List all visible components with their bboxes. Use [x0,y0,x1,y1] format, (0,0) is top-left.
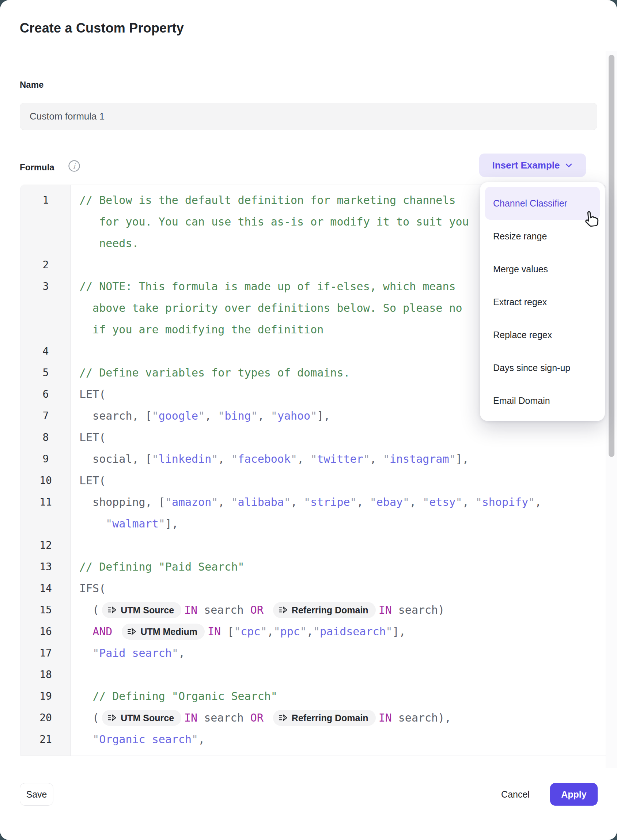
code-line: "walmart"], [21,513,606,534]
code-text: , [205,409,218,422]
code-line: 15 (UTM SourceIN search OR Referring Dom… [21,599,606,621]
code-line-content: // Defining "Paid Search" [71,560,606,573]
code-comment: // Defining "Paid Search" [79,560,245,573]
code-quote: " [475,496,482,508]
dropdown-item-merge-values[interactable]: Merge values [485,252,600,285]
code-quote: " [313,625,320,638]
code-quote: " [422,496,429,508]
code-quote: " [251,409,258,422]
code-line-content: shopping, ["amazon", "alibaba", "stripe"… [71,496,606,508]
code-keyword: OR [250,604,264,616]
code-string: shopify [482,496,528,508]
code-quote: " [456,496,462,508]
property-token-pill[interactable]: Referring Domain [273,710,376,726]
code-quote: " [271,409,278,422]
code-line-content: IFS( [71,582,606,595]
line-number: 13 [21,556,71,577]
code-text: ( [79,604,99,616]
code-quote: " [211,453,218,465]
code-text: IFS( [79,582,106,595]
property-icon [107,713,117,723]
code-comment: // NOTE: This formula is made up of if-e… [79,280,456,293]
code-text: , [218,453,231,465]
code-line-content: "Paid search", [71,647,606,660]
property-token-label: UTM Medium [140,626,197,637]
code-text: , [291,496,304,508]
code-quote: " [159,517,165,530]
chevron-down-icon [565,161,573,169]
code-keyword: IN [208,625,221,638]
line-number: 6 [21,384,71,405]
formula-label: Formula [20,162,55,173]
code-quote: " [284,496,291,508]
line-number: 16 [21,621,71,642]
modal-scrollbar-thumb[interactable] [608,55,614,457]
code-keyword: AND [93,625,112,638]
code-quote: " [383,453,390,465]
code-keyword: IN [379,604,392,616]
code-line-content: LET( [71,474,606,487]
line-number: 22 [21,750,71,756]
code-quote: " [350,496,357,508]
code-line-content: LET( [71,431,606,444]
code-string: etsy [429,496,455,508]
code-string: twitter [317,453,363,465]
code-line: 18 [21,664,606,685]
cancel-button[interactable]: Cancel [492,783,539,806]
code-quote: " [304,496,310,508]
modal-footer: Save Cancel Apply [0,769,617,840]
code-string: walmart [112,517,158,530]
code-line: 12 [21,534,606,556]
code-text: search, [ [79,409,152,422]
dropdown-item-days-since-sign-up[interactable]: Days since sign-up [485,351,600,384]
save-button[interactable]: Save [20,783,53,806]
property-token-label: UTM Source [121,605,174,616]
hand-cursor-icon [582,209,601,229]
code-text: ], [317,409,330,422]
code-keyword: OR [250,712,264,724]
code-line: 17 "Paid search", [21,642,606,664]
code-line: 14IFS( [21,577,606,599]
line-number [21,211,71,232]
line-number [21,319,71,340]
code-text: search [197,712,250,724]
line-number: 8 [21,427,71,448]
code-string: linkedin [159,453,212,465]
dropdown-item-replace-regex[interactable]: Replace regex [485,318,600,351]
apply-button[interactable]: Apply [550,783,598,806]
dropdown-item-extract-regex[interactable]: Extract regex [485,285,600,318]
line-number: 21 [21,729,71,750]
line-number [21,232,71,254]
name-input[interactable] [20,103,597,130]
property-icon [107,605,117,615]
code-quote: " [165,496,172,508]
code-quote: " [172,647,179,660]
code-comment: if you are modifying the definition [79,323,323,336]
property-token-pill[interactable]: Referring Domain [273,602,376,618]
line-number: 7 [21,405,71,427]
line-number: 2 [21,254,71,276]
code-quote: " [192,733,198,746]
property-token-pill[interactable]: UTM Source [102,710,181,726]
code-comment: above take priority over definitions bel… [79,301,462,314]
property-token-pill[interactable]: UTM Medium [122,624,205,640]
dropdown-item-email-domain[interactable]: Email Domain [485,384,600,417]
line-number: 14 [21,577,71,599]
modal-scrollbar-track[interactable] [606,51,617,768]
code-quote: " [211,496,218,508]
create-custom-property-modal: Create a Custom Property Name Formula i … [0,0,617,840]
dropdown-item-resize-range[interactable]: Resize range [485,220,600,252]
insert-example-label: Insert Example [492,160,560,171]
property-token-pill[interactable]: UTM Source [102,602,181,618]
insert-example-button[interactable]: Insert Example [479,154,586,177]
info-icon[interactable]: i [68,160,80,172]
code-string: instagram [390,453,449,465]
line-number: 15 [21,599,71,621]
code-text [79,690,93,703]
code-quote: " [234,625,241,638]
code-string: yahoo [278,409,310,422]
code-quote: " [528,496,535,508]
property-icon [127,626,137,636]
code-string: ppc [280,625,300,638]
code-text [79,625,93,638]
